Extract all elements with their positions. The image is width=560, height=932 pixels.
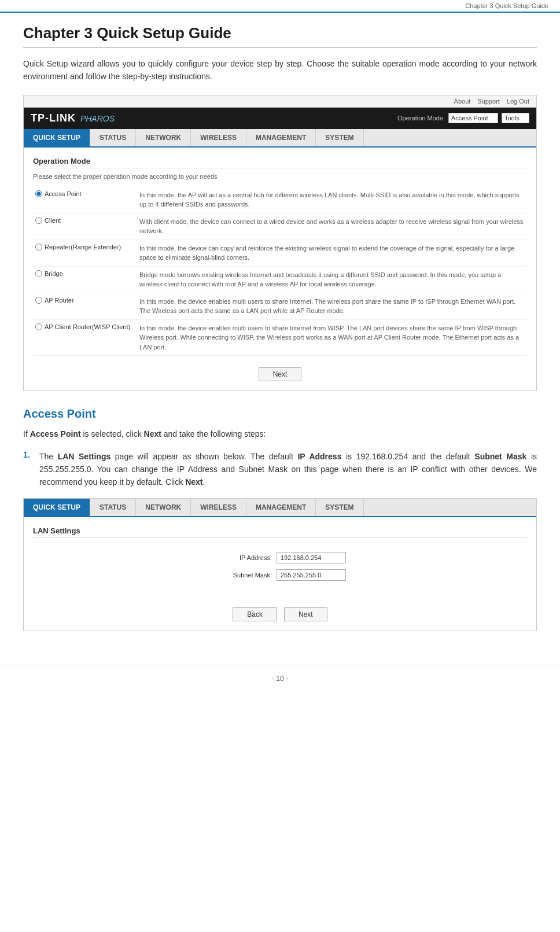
op-mode-label: Operation Mode: bbox=[397, 115, 445, 121]
page-content: Chapter 3 Quick Setup Guide Quick Setup … bbox=[0, 13, 560, 665]
ip-label: IP Address: bbox=[214, 554, 272, 561]
option-label-5: AP Client Router(WISP Client) bbox=[45, 323, 130, 330]
tab-wireless-1[interactable]: WIRELESS bbox=[191, 129, 246, 146]
logo-pharos: PHAROS bbox=[80, 114, 115, 123]
logo: TP-LINK PHAROS bbox=[31, 112, 115, 124]
option-label-4: AP Router bbox=[45, 297, 74, 304]
radio-input-0[interactable] bbox=[35, 190, 42, 197]
lan-form: IP Address: Subnet Mask: bbox=[33, 543, 527, 596]
interface-nav-1: QUICK SETUP STATUS NETWORK WIRELESS MANA… bbox=[24, 129, 536, 148]
option-desc-3: Bridge mode borrows existing wireless In… bbox=[139, 271, 501, 288]
btn-row-2: Back Next bbox=[33, 607, 527, 621]
option-row-1: Client With client mode, the device can … bbox=[33, 213, 527, 240]
option-label-3: Bridge bbox=[45, 270, 63, 277]
option-row-2: Repeater(Range Extender) In this mode, t… bbox=[33, 240, 527, 266]
tab-quick-setup-1[interactable]: QUICK SETUP bbox=[24, 129, 90, 146]
back-button-2[interactable]: Back bbox=[233, 607, 277, 621]
ip-row: IP Address: bbox=[214, 552, 346, 563]
option-row-0: Access Point In this mode, the AP will a… bbox=[33, 187, 527, 213]
radio-input-4[interactable] bbox=[35, 297, 42, 304]
next-button-2[interactable]: Next bbox=[284, 607, 327, 621]
logout-link[interactable]: Log Out bbox=[507, 98, 529, 105]
option-desc-1: With client mode, the device can connect… bbox=[139, 218, 523, 235]
radio-input-1[interactable] bbox=[35, 217, 42, 224]
access-point-section-title: Access Point bbox=[23, 407, 537, 421]
tab-network-1[interactable]: NETWORK bbox=[136, 129, 191, 146]
op-mode-select[interactable]: Access Point Router Client bbox=[448, 113, 498, 123]
interface-body-1: Operation Mode Please select the proper … bbox=[24, 148, 536, 391]
option-label-2: Repeater(Range Extender) bbox=[45, 244, 121, 251]
header-chapter-ref: Chapter 3 Quick Setup Guide bbox=[465, 2, 548, 9]
tab-status-1[interactable]: STATUS bbox=[90, 129, 136, 146]
option-label-1: Client bbox=[45, 217, 61, 224]
interface-nav-2: QUICK SETUP STATUS NETWORK WIRELESS MANA… bbox=[24, 499, 536, 517]
tab-status-2[interactable]: STATUS bbox=[90, 499, 136, 516]
option-label-0: Access Point bbox=[45, 190, 82, 197]
ip-bold: IP Address bbox=[297, 452, 341, 461]
step-1-content: The LAN Settings page will appear as sho… bbox=[39, 450, 537, 489]
btn-row-1: Next bbox=[33, 367, 527, 381]
option-row-5: AP Client Router(WISP Client) In this mo… bbox=[33, 319, 527, 356]
subnet-input[interactable] bbox=[277, 569, 346, 581]
tab-wireless-2[interactable]: WIRELESS bbox=[191, 499, 246, 516]
chapter-title: Chapter 3 Quick Setup Guide bbox=[23, 24, 537, 48]
radio-label-4[interactable]: AP Router bbox=[35, 297, 135, 304]
page-header: Chapter 3 Quick Setup Guide bbox=[0, 0, 560, 13]
tab-management-2[interactable]: MANAGEMENT bbox=[246, 499, 316, 516]
ip-input[interactable] bbox=[277, 552, 346, 563]
interface-box-1: About Support Log Out TP-LINK PHAROS Ope… bbox=[23, 95, 537, 392]
option-row-4: AP Router In this mode, the device enabl… bbox=[33, 293, 527, 319]
option-desc-4: In this mode, the device enables multi u… bbox=[139, 298, 515, 315]
op-mode-bar: Operation Mode: Access Point Router Clie… bbox=[397, 113, 529, 123]
interface-body-2: LAN Settings IP Address: Subnet Mask: Ba… bbox=[24, 517, 536, 631]
subnet-bold: Subnet Mask bbox=[474, 452, 526, 461]
step-1: 1. The LAN Settings page will appear as … bbox=[23, 450, 537, 489]
page-number: - 10 - bbox=[272, 675, 288, 683]
options-table: Access Point In this mode, the AP will a… bbox=[33, 187, 527, 356]
radio-label-2[interactable]: Repeater(Range Extender) bbox=[35, 244, 135, 251]
lan-settings-section-heading: LAN Settings bbox=[33, 526, 527, 538]
radio-input-3[interactable] bbox=[35, 270, 42, 277]
support-link[interactable]: Support bbox=[477, 98, 500, 105]
tools-select[interactable]: Tools bbox=[502, 113, 529, 123]
tab-system-2[interactable]: SYSTEM bbox=[316, 499, 363, 516]
access-point-intro: If Access Point is selected, click Next … bbox=[23, 428, 537, 440]
tab-management-1[interactable]: MANAGEMENT bbox=[246, 129, 316, 146]
tab-system-1[interactable]: SYSTEM bbox=[316, 129, 363, 146]
next-bold: Next bbox=[185, 477, 202, 487]
next-button-1[interactable]: Next bbox=[259, 367, 302, 381]
radio-label-5[interactable]: AP Client Router(WISP Client) bbox=[35, 323, 135, 330]
bold-next: Next bbox=[144, 429, 161, 439]
tab-quick-setup-2[interactable]: QUICK SETUP bbox=[24, 499, 90, 516]
lan-settings-bold: LAN Settings bbox=[58, 452, 111, 461]
intro-text: Quick Setup wizard allows you to quickly… bbox=[23, 57, 537, 83]
about-link[interactable]: About bbox=[454, 98, 471, 105]
subnet-row: Subnet Mask: bbox=[214, 569, 346, 581]
option-desc-5: In this mode, the device enables multi u… bbox=[139, 325, 519, 351]
bold-access-point: Access Point bbox=[30, 429, 81, 439]
interface-box-2: QUICK SETUP STATUS NETWORK WIRELESS MANA… bbox=[23, 498, 537, 631]
page-footer: - 10 - bbox=[0, 665, 560, 692]
option-desc-2: In this mode, the device can copy and re… bbox=[139, 245, 514, 261]
radio-label-0[interactable]: Access Point bbox=[35, 190, 135, 197]
radio-label-1[interactable]: Client bbox=[35, 217, 135, 224]
radio-label-3[interactable]: Bridge bbox=[35, 270, 135, 277]
radio-input-5[interactable] bbox=[35, 323, 42, 330]
logo-text: TP-LINK bbox=[31, 112, 76, 124]
op-mode-section-heading: Operation Mode bbox=[33, 157, 527, 168]
interface-topbar-1: About Support Log Out bbox=[24, 95, 536, 108]
subnet-label: Subnet Mask: bbox=[214, 572, 272, 579]
tab-network-2[interactable]: NETWORK bbox=[136, 499, 191, 516]
option-row-3: Bridge Bridge mode borrows existing wire… bbox=[33, 266, 527, 293]
radio-input-2[interactable] bbox=[35, 244, 42, 251]
interface-logobar-1: TP-LINK PHAROS Operation Mode: Access Po… bbox=[24, 108, 536, 129]
step-1-number: 1. bbox=[23, 450, 35, 489]
option-desc-0: In this mode, the AP will act as a centr… bbox=[139, 191, 520, 208]
instruction-text: Please select the proper operation mode … bbox=[33, 173, 527, 180]
